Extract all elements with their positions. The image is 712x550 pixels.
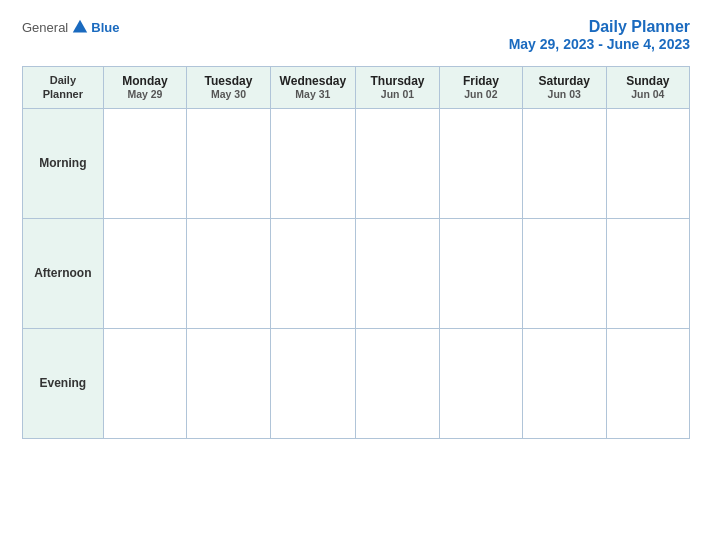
row-morning: Morning <box>23 108 690 218</box>
cell-evening-sunday[interactable] <box>606 328 689 438</box>
cell-morning-monday[interactable] <box>103 108 186 218</box>
table-header-row: Daily Planner Monday May 29 Tuesday May … <box>23 67 690 109</box>
planner-date-range: May 29, 2023 - June 4, 2023 <box>509 36 690 52</box>
cell-morning-sunday[interactable] <box>606 108 689 218</box>
cell-morning-friday[interactable] <box>440 108 523 218</box>
cell-afternoon-friday[interactable] <box>440 218 523 328</box>
label-morning-text: Morning <box>39 156 86 170</box>
first-header-line2: Planner <box>43 88 83 100</box>
cell-morning-tuesday[interactable] <box>187 108 271 218</box>
header-tuesday: Tuesday May 30 <box>187 67 271 109</box>
logo-icon <box>71 18 89 36</box>
day-date-thursday: Jun 01 <box>360 88 435 100</box>
page: General Blue Daily Planner May 29, 2023 … <box>0 0 712 550</box>
logo-area: General Blue <box>22 18 119 36</box>
day-name-monday: Monday <box>108 74 182 88</box>
cell-evening-wednesday[interactable] <box>270 328 355 438</box>
label-evening-text: Evening <box>40 376 87 390</box>
header-monday: Monday May 29 <box>103 67 186 109</box>
day-date-friday: Jun 02 <box>444 88 518 100</box>
day-date-sunday: Jun 04 <box>611 88 685 100</box>
day-date-monday: May 29 <box>108 88 182 100</box>
day-name-thursday: Thursday <box>360 74 435 88</box>
day-name-wednesday: Wednesday <box>275 74 351 88</box>
cell-evening-friday[interactable] <box>440 328 523 438</box>
first-header-cell: Daily Planner <box>23 67 104 109</box>
cell-morning-wednesday[interactable] <box>270 108 355 218</box>
cell-evening-thursday[interactable] <box>355 328 439 438</box>
cell-afternoon-wednesday[interactable] <box>270 218 355 328</box>
cell-afternoon-thursday[interactable] <box>355 218 439 328</box>
day-name-sunday: Sunday <box>611 74 685 88</box>
svg-marker-0 <box>73 20 87 33</box>
header-sunday: Sunday Jun 04 <box>606 67 689 109</box>
header: General Blue Daily Planner May 29, 2023 … <box>22 18 690 52</box>
cell-morning-thursday[interactable] <box>355 108 439 218</box>
logo-general-text: General <box>22 20 68 35</box>
day-name-tuesday: Tuesday <box>191 74 266 88</box>
logo-blue-text: Blue <box>91 20 119 35</box>
day-date-tuesday: May 30 <box>191 88 266 100</box>
label-afternoon-text: Afternoon <box>34 266 91 280</box>
first-header-line1: Daily <box>50 74 76 86</box>
planner-table: Daily Planner Monday May 29 Tuesday May … <box>22 66 690 439</box>
header-thursday: Thursday Jun 01 <box>355 67 439 109</box>
cell-evening-saturday[interactable] <box>522 328 606 438</box>
cell-evening-tuesday[interactable] <box>187 328 271 438</box>
row-afternoon: Afternoon <box>23 218 690 328</box>
cell-evening-monday[interactable] <box>103 328 186 438</box>
day-date-wednesday: May 31 <box>275 88 351 100</box>
day-name-saturday: Saturday <box>527 74 602 88</box>
cell-afternoon-saturday[interactable] <box>522 218 606 328</box>
cell-afternoon-tuesday[interactable] <box>187 218 271 328</box>
title-area: Daily Planner May 29, 2023 - June 4, 202… <box>509 18 690 52</box>
day-name-friday: Friday <box>444 74 518 88</box>
label-morning: Morning <box>23 108 104 218</box>
row-evening: Evening <box>23 328 690 438</box>
cell-morning-saturday[interactable] <box>522 108 606 218</box>
label-evening: Evening <box>23 328 104 438</box>
planner-title: Daily Planner <box>509 18 690 36</box>
day-date-saturday: Jun 03 <box>527 88 602 100</box>
cell-afternoon-sunday[interactable] <box>606 218 689 328</box>
cell-afternoon-monday[interactable] <box>103 218 186 328</box>
header-saturday: Saturday Jun 03 <box>522 67 606 109</box>
header-friday: Friday Jun 02 <box>440 67 523 109</box>
logo-text: General Blue <box>22 18 119 36</box>
header-wednesday: Wednesday May 31 <box>270 67 355 109</box>
label-afternoon: Afternoon <box>23 218 104 328</box>
